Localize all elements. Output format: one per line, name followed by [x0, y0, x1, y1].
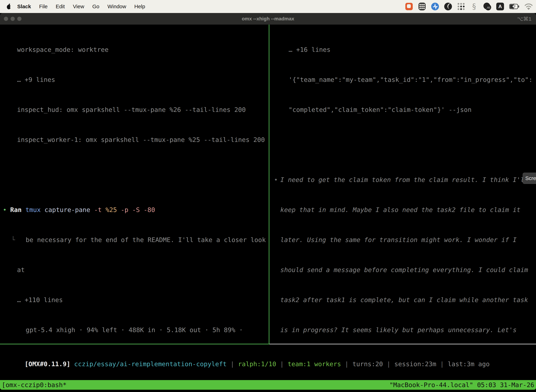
window-shortcut-hint: ⌥⌘1: [517, 16, 531, 22]
menu-edit[interactable]: Edit: [56, 4, 65, 9]
squiggle-menu-icon[interactable]: §: [470, 2, 478, 11]
tree-corner: └: [11, 235, 15, 245]
thinking-text: task2 after task1 is complete, but can I…: [269, 295, 536, 305]
screen-recording-toast[interactable]: Scre: [523, 173, 536, 184]
thinking-text: is in progress? It seems likely but perh…: [269, 325, 536, 335]
thinking-text: keep that in mind. Maybe I also need the…: [269, 205, 536, 215]
run-bullet-icon: •: [3, 205, 7, 215]
active-pane-border: [0, 344, 269, 344]
omx-version: [OMX#0.11.9]: [25, 360, 70, 368]
thinking-bullet-icon: •: [274, 175, 278, 185]
badge-61-label: ..61: [485, 5, 491, 10]
menu-app-name[interactable]: Slack: [17, 4, 31, 9]
menu-view[interactable]: View: [73, 4, 84, 9]
command-output: '{"team_name":"my-team","task_id":"1","f…: [269, 75, 536, 85]
omx-last-activity: last:3m ago: [448, 360, 490, 368]
menu-go[interactable]: Go: [92, 4, 99, 9]
omx-session-time: session:23m: [394, 360, 436, 368]
battery-icon[interactable]: [509, 2, 520, 11]
terminal-content[interactable]: workspace_mode: worktree … +9 lines insp…: [0, 25, 536, 390]
thinking-text: later. Using the same for transition mig…: [269, 235, 536, 245]
dots-grid-icon[interactable]: [457, 2, 465, 11]
hud-line: inspect_worker-1: omx sparkshell --tmux-…: [0, 135, 269, 145]
tmux-status-bar[interactable]: [omx-cczip0:bash* "MacBook-Pro-44.local"…: [0, 380, 536, 390]
window-title: omx --xhigh --madmax: [0, 16, 536, 22]
tmux-session-window: [omx-cczip0:bash*: [2, 380, 67, 390]
window-title-bar[interactable]: omx --xhigh --madmax ⌥⌘1: [0, 13, 536, 25]
command-output: "completed","claim_token":"claim-token"}…: [269, 105, 536, 115]
output-truncation: … +16 lines: [269, 45, 536, 55]
menu-help[interactable]: Help: [134, 4, 145, 9]
terminal-window: omx --xhigh --madmax ⌥⌘1 workspace_mode:…: [0, 13, 536, 390]
wifi-icon[interactable]: [524, 2, 533, 11]
menu-file[interactable]: File: [39, 4, 48, 9]
chat-app-icon[interactable]: [405, 2, 413, 11]
tmux-host-clock: "MacBook-Pro-44.local" 05:03 31-Mar-26: [389, 380, 534, 390]
command-output: gpt-5.4 xhigh · 94% left · 488K in · 5.1…: [0, 325, 269, 335]
omx-ralph-counter: ralph:1/10: [238, 360, 276, 368]
command-line-tmux: •Ran tmux capture-pane -t %25 -p -S -80: [0, 205, 269, 215]
inactive-pane-border: [269, 344, 536, 344]
thinking-text: •I need to get the claim token from the …: [269, 175, 536, 185]
omx-team-workers: team:1 workers: [288, 360, 341, 368]
omx-turns: turns:20: [352, 360, 383, 368]
pulse-status-icon[interactable]: [431, 2, 439, 11]
hud-truncation: … +9 lines: [0, 75, 269, 85]
command-output: └be necessary for the end of the README.…: [0, 235, 269, 245]
omx-branch: cczip/essay/ai-reimplementation-copyleft: [74, 360, 227, 368]
menu-bar: Slack File Edit View Go Window Help §: [0, 0, 536, 13]
badge-61-icon[interactable]: ..61: [483, 2, 491, 11]
apple-logo-icon[interactable]: [5, 3, 12, 10]
thinking-text: should send a message before completing …: [269, 265, 536, 275]
pane-border: [0, 344, 536, 344]
output-truncation: … +110 lines: [0, 295, 269, 305]
right-pane[interactable]: … +16 lines '{"team_name":"my-team","tas…: [269, 25, 536, 344]
crescent-app-icon[interactable]: [444, 2, 452, 11]
letter-a-app-icon[interactable]: A: [496, 2, 504, 11]
hud-line: workspace_mode: worktree: [0, 45, 269, 55]
left-pane[interactable]: workspace_mode: worktree … +9 lines insp…: [0, 25, 269, 344]
command-output: at: [0, 265, 269, 275]
vault-keypad-icon[interactable]: [418, 2, 426, 11]
omx-hud-pane[interactable]: [OMX#0.11.9] cczip/essay/ai-reimplementa…: [0, 344, 536, 380]
menu-window[interactable]: Window: [107, 4, 126, 9]
hud-line: inspect_hud: omx sparkshell --tmux-pane …: [0, 105, 269, 115]
